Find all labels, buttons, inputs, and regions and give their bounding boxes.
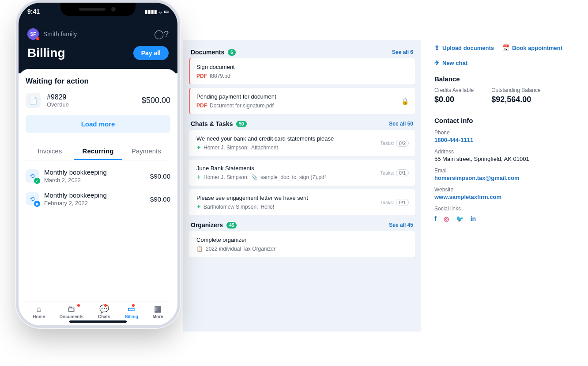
tab-payments[interactable]: Payments: [122, 143, 170, 160]
organizers-header-label: Organizers: [191, 221, 223, 229]
chat-card[interactable]: We need your bank and credit card statem…: [189, 130, 415, 156]
billing-tabs: Invoices Recurring Payments: [26, 143, 170, 160]
send-icon: ✈: [196, 174, 201, 180]
battery-icon: ▭: [164, 8, 169, 15]
check-icon: ✓: [34, 178, 40, 184]
help-icon[interactable]: ◯?: [154, 29, 169, 39]
recurring-title: Monthly bookkeeping: [44, 191, 145, 199]
tasks-badge: Tasks: 0/1: [381, 169, 409, 176]
balance-header: Balance: [434, 75, 567, 83]
chat-card-title: June Bank Statements: [196, 165, 381, 172]
chats-section-header: Chats & Tasks 50 See all 50: [189, 118, 415, 130]
documents-see-all-link[interactable]: See all 6: [392, 49, 413, 55]
recurring-date: March 2, 2022: [44, 177, 145, 183]
home-icon: ⌂: [37, 305, 41, 313]
organizers-section-header: Organizers 45 See all 45: [189, 219, 415, 231]
outstanding-label: Outstanding Balance: [491, 87, 540, 93]
panel-right: ⇪Upload documents 📅Book appointment ✈New…: [434, 40, 567, 332]
recurring-title: Monthly bookkeeping: [44, 168, 145, 176]
documents-count-pill: 6: [228, 49, 236, 56]
instagram-icon[interactable]: ◎: [444, 215, 449, 222]
twitter-icon[interactable]: 🐦: [456, 215, 464, 222]
address-label: Address: [434, 149, 567, 155]
recurring-icon: ⟲✓: [26, 169, 39, 183]
invoice-id: #9829: [47, 93, 136, 101]
page-title: Billing: [27, 46, 65, 60]
phone-body: Waiting for action 📄 #9829 Overdue $500.…: [19, 69, 177, 325]
card-title: Sign document: [196, 64, 409, 70]
linkedin-icon[interactable]: in: [471, 215, 476, 222]
chat-card[interactable]: Please see engagement letter we have sen…: [189, 189, 415, 215]
home-indicator[interactable]: [69, 320, 127, 323]
panel-left: Documents 6 See all 6 Sign document PDF …: [183, 40, 421, 332]
send-icon: ✈: [196, 145, 201, 151]
address-value: 55 Main street, Springfield, AK 01001: [434, 156, 567, 162]
outstanding-value: $92,564.00: [491, 95, 540, 104]
organizer-card-title: Complete organizer: [196, 236, 409, 243]
avatar[interactable]: SF: [27, 28, 39, 40]
documents-header-label: Documents: [191, 49, 224, 56]
title-row: Billing Pay all: [27, 46, 169, 60]
user-row[interactable]: SF Smith family ◯?: [27, 28, 169, 40]
tasks-badge: Tasks: 0/2: [381, 140, 409, 147]
email-label: Email: [434, 168, 567, 174]
organizers-see-all-link[interactable]: See all 45: [389, 222, 413, 228]
tab-home[interactable]: ⌂Home: [33, 305, 45, 319]
email-link[interactable]: homersimpson.tax@gmail.com: [434, 175, 567, 181]
folder-icon: 🗀: [68, 305, 75, 313]
document-icon: 📄: [26, 93, 41, 108]
tab-billing[interactable]: ▭Billing: [124, 305, 138, 319]
phone-link[interactable]: 1800-444-1111: [434, 137, 567, 143]
chats-see-all-link[interactable]: See all 50: [389, 121, 413, 127]
chat-author: Homer J. Simpson:: [204, 145, 249, 151]
invoice-amount: $500.00: [142, 96, 170, 105]
tab-chats[interactable]: 💬Chats: [98, 305, 110, 319]
load-more-button[interactable]: Load more: [26, 115, 170, 133]
desktop-panel: Documents 6 See all 6 Sign document PDF …: [183, 40, 567, 332]
book-appointment-link[interactable]: 📅Book appointment: [502, 44, 562, 51]
waiting-header: Waiting for action: [26, 77, 170, 86]
organizer-card[interactable]: Complete organizer 📋 2022 individual Tax…: [189, 231, 415, 257]
recurring-amount: $90.00: [150, 172, 170, 180]
organizers-count-pill: 45: [226, 222, 237, 229]
website-link[interactable]: www.sampletaxfirm.com: [434, 194, 567, 200]
chat-card-title: We need your bank and credit card statem…: [196, 135, 381, 142]
chat-extra: Attachment: [251, 145, 278, 151]
phone-mockup: 9:41 ▮▮▮▮ ⌵ ▭ SF Smith family ◯? Billing…: [19, 3, 177, 325]
tab-recurring[interactable]: Recurring: [74, 143, 122, 160]
tab-more[interactable]: ▦More: [153, 305, 163, 319]
tab-documents[interactable]: 🗀Documents: [60, 305, 83, 319]
tab-invoices[interactable]: Invoices: [26, 143, 74, 160]
attachment-icon: 📎: [251, 174, 258, 180]
file-name: f8879.pdf: [210, 73, 232, 79]
pdf-icon: PDF: [196, 73, 207, 79]
clipboard-icon: 📋: [196, 246, 203, 252]
organizer-sub: 2022 individual Tax Organizer: [206, 246, 275, 252]
upload-documents-link[interactable]: ⇪Upload documents: [434, 44, 494, 51]
document-card[interactable]: Pending payment for document PDF Documen…: [189, 88, 415, 114]
contact-header: Contact info: [434, 117, 567, 124]
status-time: 9:41: [27, 8, 40, 15]
new-chat-link[interactable]: ✈New chat: [434, 59, 467, 66]
chat-card-title: Please see engagement letter we have sen…: [196, 194, 381, 201]
recurring-row[interactable]: ⟲✓ Monthly bookkeeping March 2, 2022 $90…: [26, 168, 170, 183]
pay-all-button[interactable]: Pay all: [133, 46, 169, 60]
chat-card[interactable]: June Bank Statements ✈ Homer J. Simpson:…: [189, 160, 415, 186]
recurring-icon: ⟲▶: [26, 192, 39, 206]
pdf-icon: PDF: [196, 103, 207, 109]
social-links: f ◎ 🐦 in: [434, 215, 567, 222]
recurring-row[interactable]: ⟲▶ Monthly bookkeeping February 2, 2022 …: [26, 191, 170, 206]
more-icon: ▦: [154, 305, 162, 313]
document-card[interactable]: Sign document PDF f8879.pdf: [189, 58, 415, 84]
quick-actions: ⇪Upload documents 📅Book appointment ✈New…: [434, 44, 567, 66]
chat-extra: sample_doc_to_sign (7).pdf: [260, 174, 326, 180]
recurring-amount: $90.00: [150, 195, 170, 203]
documents-section-header: Documents 6 See all 6: [189, 46, 415, 58]
credits-label: Credits Available: [434, 87, 474, 93]
phone-notch: [60, 3, 136, 16]
chats-header-label: Chats & Tasks: [191, 120, 233, 127]
website-label: Website: [434, 187, 567, 193]
chats-count-pill: 50: [236, 121, 246, 127]
invoice-row[interactable]: 📄 #9829 Overdue $500.00: [26, 93, 170, 108]
facebook-icon[interactable]: f: [434, 215, 437, 222]
